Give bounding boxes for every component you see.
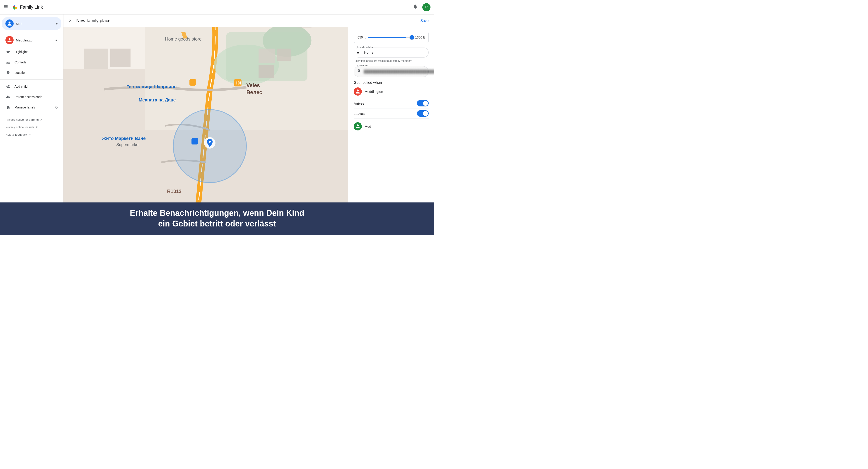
notification-person-meddlington: Meddlington (354, 88, 429, 96)
svg-text:Veles: Veles (246, 82, 260, 88)
svg-rect-16 (258, 65, 274, 78)
main-content: × New family place Save (63, 14, 434, 235)
manage-family-icon (5, 105, 11, 110)
header: Family Link P (0, 0, 434, 14)
right-panel: 650 ft 1300 ft Location label ■ Location (348, 27, 434, 233)
meddlington-arrives-row: Arrives (354, 98, 429, 108)
meddlington-leaves-label: Leaves (354, 112, 365, 115)
child-avatar-med (5, 20, 13, 28)
location-address-display[interactable]: ████████████████████████████████ (354, 66, 429, 77)
add-child-icon (5, 84, 11, 89)
meddlington-chevron-icon: ▲ (55, 38, 58, 42)
meddlington-arrives-label: Arrives (354, 101, 364, 105)
dialog-save-button[interactable]: Save (421, 19, 429, 23)
controls-label: Controls (14, 61, 26, 64)
child-dropdown-icon: ▾ (56, 21, 58, 26)
meddlington-notification-avatar (354, 88, 362, 96)
svg-text:Меаната на Даце: Меаната на Даце (139, 97, 176, 102)
slider-fill (368, 37, 406, 38)
med-notification-name: Med (365, 125, 429, 128)
manage-family-external-icon: ⬡ (55, 105, 58, 109)
privacy-parents-external-icon: ↗ (40, 118, 42, 122)
sidebar-divider-3 (0, 114, 63, 114)
meddlington-leaves-toggle[interactable] (417, 110, 429, 116)
sidebar-divider-2 (0, 79, 63, 80)
notifications-icon[interactable] (413, 4, 418, 10)
user-avatar[interactable]: P (422, 3, 431, 11)
svg-rect-29 (189, 79, 196, 86)
family-link-logo-icon (12, 4, 18, 10)
svg-rect-17 (84, 49, 108, 69)
main-layout: Med ▾ Meddlington ▲ Highlights (0, 14, 434, 235)
parent-access-code-label: Parent access code (14, 95, 42, 99)
sidebar-item-parent-access-code[interactable]: Parent access code (2, 92, 61, 102)
bottom-banner: Erhalte Benachrichtigungen, wenn Dein Ki… (0, 202, 434, 235)
svg-text:Велес: Велес (246, 90, 262, 95)
parent-access-code-icon (5, 94, 11, 100)
notification-person-med: Med (354, 122, 429, 130)
slider-max-label: 1300 ft (415, 36, 425, 39)
map-svg: R1312 R1312 R1312 Veles Велес 🍽 Гостилни… (63, 27, 348, 233)
map-area[interactable]: R1312 R1312 R1312 Veles Велес 🍽 Гостилни… (63, 27, 348, 233)
app-title: Family Link (20, 4, 43, 10)
sidebar-item-manage-family[interactable]: Manage family ⬡ (2, 102, 61, 112)
sidebar-item-controls[interactable]: Controls (2, 57, 61, 67)
location-label-input[interactable] (354, 47, 429, 58)
meddlington-notification-name: Meddlington (365, 90, 429, 94)
location-label-field-icon: ■ (357, 51, 359, 55)
menu-icon[interactable] (4, 4, 8, 10)
slider-min-label: 650 ft (358, 36, 366, 39)
sidebar-link-help-feedback[interactable]: Help & feedback ↗ (2, 131, 61, 138)
help-feedback-external-icon: ↗ (28, 133, 31, 136)
svg-text:Гостилница Шкорпион: Гостилница Шкорпион (126, 84, 177, 89)
meddlington-arrives-toggle[interactable] (417, 100, 429, 106)
sidebar-link-privacy-kids[interactable]: Privacy notice for kids ↗ (2, 124, 61, 131)
sidebar-item-highlights[interactable]: Highlights (2, 47, 61, 57)
manage-family-label: Manage family (14, 105, 55, 109)
svg-text:R1312: R1312 (167, 189, 182, 194)
radius-slider-track[interactable] (368, 37, 412, 38)
svg-rect-18 (110, 49, 130, 67)
svg-text:🍽: 🍽 (236, 80, 241, 86)
radius-slider-container: 650 ft 1300 ft (354, 32, 429, 43)
svg-text:Supermarket: Supermarket (116, 142, 140, 147)
svg-rect-15 (277, 49, 291, 61)
med-notification-avatar (354, 122, 362, 130)
location-label-field: Location label ■ (354, 47, 429, 58)
meddlington-name-label: Meddlington (16, 38, 55, 42)
slider-thumb[interactable] (410, 35, 414, 40)
sidebar-link-privacy-parents[interactable]: Privacy notice for parents ↗ (2, 116, 61, 123)
highlights-label: Highlights (14, 50, 28, 54)
privacy-kids-external-icon: ↗ (35, 126, 38, 129)
banner-line2: ein Gebiet betritt oder verlässt (158, 219, 276, 228)
child-selector[interactable]: Med ▾ (2, 17, 61, 30)
location-address-field: Location ███████████████████████████████… (354, 66, 429, 77)
privacy-kids-label: Privacy notice for kids (5, 126, 34, 129)
location-blurred-text: ████████████████████████████████ (364, 70, 434, 73)
sidebar: Med ▾ Meddlington ▲ Highlights (0, 14, 63, 235)
sidebar-divider-1 (0, 32, 63, 32)
sidebar-item-location[interactable]: Location (2, 68, 61, 78)
privacy-parents-label: Privacy notice for parents (5, 118, 39, 122)
controls-icon (5, 60, 11, 65)
banner-line1: Erhalte Benachrichtigungen, wenn Dein Ki… (130, 208, 304, 217)
svg-rect-14 (258, 49, 275, 63)
svg-text:Жито Маркети Ване: Жито Маркети Ване (102, 136, 146, 141)
location-label-hint: Location labels are visible to all famil… (354, 59, 429, 63)
sidebar-item-add-child[interactable]: Add child (2, 81, 61, 92)
banner-text: Erhalte Benachrichtigungen, wenn Dein Ki… (9, 208, 425, 229)
help-feedback-label: Help & feedback (5, 133, 27, 136)
dialog-close-button[interactable]: × (69, 18, 72, 23)
dialog-header: × New family place Save (63, 14, 434, 27)
meddlington-leaves-row: Leaves (354, 108, 429, 119)
location-address-field-icon (357, 69, 361, 74)
location-label: Location (14, 71, 27, 74)
sidebar-item-meddlington[interactable]: Meddlington ▲ (2, 34, 61, 46)
meddlington-avatar (5, 36, 13, 44)
dialog-body: R1312 R1312 R1312 Veles Велес 🍽 Гостилни… (63, 27, 434, 233)
add-child-label: Add child (14, 85, 28, 88)
get-notified-title: Get notified when (354, 80, 429, 85)
highlights-icon (5, 49, 11, 55)
dialog-title: New family place (76, 18, 421, 23)
svg-rect-33 (191, 138, 198, 144)
